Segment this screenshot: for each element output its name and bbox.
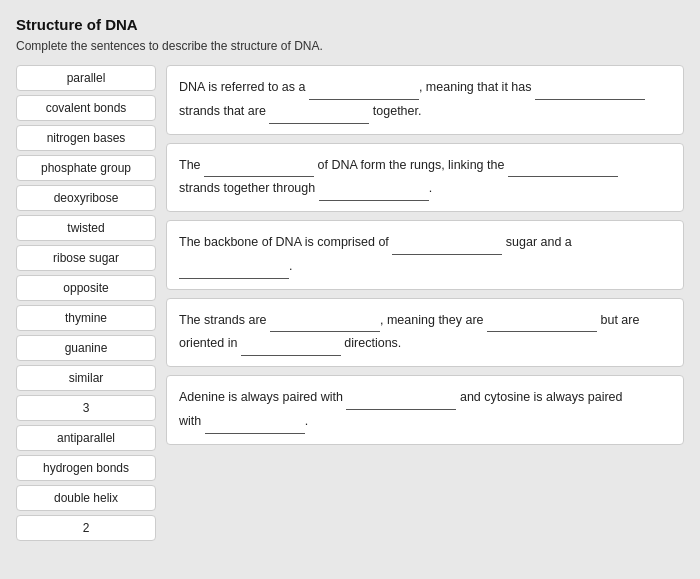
blank-s2-3[interactable] (319, 185, 429, 201)
blank-s1-3[interactable] (269, 108, 369, 124)
word-chip[interactable]: similar (16, 365, 156, 391)
blank-s1-1[interactable] (309, 84, 419, 100)
word-chip[interactable]: antiparallel (16, 425, 156, 451)
word-chip[interactable]: double helix (16, 485, 156, 511)
word-chip[interactable]: nitrogen bases (16, 125, 156, 151)
blank-s1-2[interactable] (535, 84, 645, 100)
blank-s5-1[interactable] (346, 394, 456, 410)
blank-s4-1[interactable] (270, 316, 380, 332)
word-chip[interactable]: hydrogen bonds (16, 455, 156, 481)
sentences-area: DNA is referred to as a , meaning that i… (166, 65, 684, 541)
blank-s2-1[interactable] (204, 161, 314, 177)
sentence-5: Adenine is always paired with and cytosi… (166, 375, 684, 445)
word-chip[interactable]: 3 (16, 395, 156, 421)
sentence-3: The backbone of DNA is comprised of suga… (166, 220, 684, 290)
sentence-2: The of DNA form the rungs, linking the s… (166, 143, 684, 213)
word-chip[interactable]: thymine (16, 305, 156, 331)
sentence-1: DNA is referred to as a , meaning that i… (166, 65, 684, 135)
word-chip[interactable]: covalent bonds (16, 95, 156, 121)
word-chip[interactable]: guanine (16, 335, 156, 361)
word-chip[interactable]: opposite (16, 275, 156, 301)
blank-s3-1[interactable] (392, 239, 502, 255)
word-chip[interactable]: deoxyribose (16, 185, 156, 211)
page-title: Structure of DNA (16, 16, 684, 33)
blank-s3-2[interactable] (179, 263, 289, 279)
word-chip[interactable]: ribose sugar (16, 245, 156, 271)
word-bank: parallelcovalent bondsnitrogen basesphos… (16, 65, 156, 541)
word-chip[interactable]: 2 (16, 515, 156, 541)
word-chip[interactable]: twisted (16, 215, 156, 241)
blank-s5-2[interactable] (205, 418, 305, 434)
blank-s2-2[interactable] (508, 161, 618, 177)
word-chip[interactable]: phosphate group (16, 155, 156, 181)
blank-s4-2[interactable] (487, 316, 597, 332)
subtitle: Complete the sentences to describe the s… (16, 39, 684, 53)
blank-s4-3[interactable] (241, 340, 341, 356)
word-chip[interactable]: parallel (16, 65, 156, 91)
sentence-4: The strands are , meaning they are but a… (166, 298, 684, 368)
